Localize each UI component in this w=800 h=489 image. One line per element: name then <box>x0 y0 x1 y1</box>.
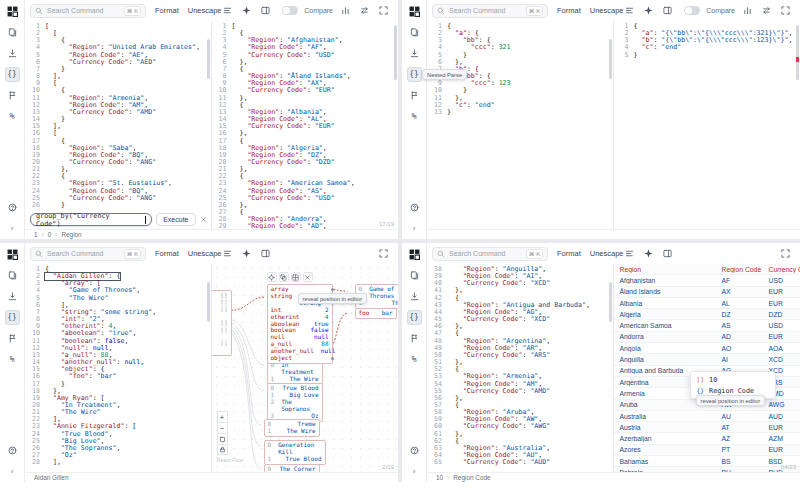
editor-braces-icon[interactable]: {} <box>407 310 422 325</box>
format-button[interactable]: Format <box>557 249 581 258</box>
graph-canvas[interactable]: Aidan Gillen{}Amy Ryan[]Annie Fitzgerald… <box>212 264 399 472</box>
nested-parse-icon[interactable]: % <box>5 352 20 367</box>
import-icon[interactable] <box>5 46 20 61</box>
graph-node-corner[interactable]: 0The Corner <box>264 464 320 472</box>
logo[interactable] <box>5 247 20 262</box>
code-editor-right[interactable]: 1{2 "a": "{\"bb\":\"{\\\"ccc\\\":321}\"}… <box>614 21 800 59</box>
breadcrumb-item[interactable]: Region Code <box>453 474 490 481</box>
graph-node-root[interactable]: Aidan Gillen{}Amy Ryan[]Annie Fitzgerald… <box>212 290 232 356</box>
breadcrumb-item[interactable]: Aidan Gillen <box>34 474 68 481</box>
expand-icon[interactable]: › <box>407 221 422 236</box>
json-path-row[interactable]: []10 <box>691 374 775 385</box>
breadcrumb-item[interactable]: Region <box>61 231 81 238</box>
zoom-in-button[interactable]: + <box>217 411 228 422</box>
graph-node-annie[interactable]: 0True Blood1Big Love2The Sopranos3Oz <box>267 383 323 422</box>
fullscreen-icon[interactable] <box>779 4 792 17</box>
sparkles-icon[interactable] <box>240 247 253 260</box>
table-row[interactable]: AustriaATEUR <box>614 422 800 433</box>
fit-view-button[interactable] <box>217 433 228 444</box>
editor-braces-icon[interactable]: {} <box>407 67 422 82</box>
code-editor-right[interactable]: 1[2 {3 "Region": "Afghanistan",4 "Region… <box>212 21 399 229</box>
scrollbar-thumb[interactable] <box>609 39 612 79</box>
code-editor-left[interactable]: 38 "Region": "Anguilla",39 "Region Code"… <box>427 264 613 466</box>
graph-node-alex[interactable]: 0Generation Kill1True Blood <box>264 440 326 465</box>
panel-icon[interactable] <box>661 247 674 260</box>
expand-icon[interactable]: › <box>407 464 422 479</box>
expand-icon[interactable]: › <box>5 464 20 479</box>
search-command-input[interactable]: Search Command⌘ K <box>30 4 146 18</box>
table-row[interactable]: AustraliaAUAUD <box>614 411 800 422</box>
help-icon[interactable] <box>407 443 422 458</box>
zoom-out-button[interactable]: − <box>217 422 228 433</box>
compare-files-icon[interactable] <box>407 268 422 283</box>
compare-files-icon[interactable] <box>5 25 20 40</box>
sparkles-icon[interactable] <box>240 4 253 17</box>
compare-toggle[interactable] <box>282 6 298 15</box>
flag-icon[interactable] <box>5 88 20 103</box>
fullscreen-icon[interactable] <box>377 4 390 17</box>
logo[interactable] <box>407 247 422 262</box>
panel-icon[interactable] <box>661 4 674 17</box>
logo[interactable] <box>5 4 20 19</box>
fullscreen-icon[interactable] <box>779 247 792 260</box>
import-icon[interactable] <box>5 289 20 304</box>
breadcrumb-item[interactable]: 10 <box>436 474 443 481</box>
table-row[interactable]: AzerbaijanAZAZM <box>614 433 800 444</box>
import-icon[interactable] <box>407 46 422 61</box>
close-icon[interactable] <box>303 272 313 282</box>
compare-toggle[interactable] <box>684 6 700 15</box>
swap-icon[interactable] <box>358 4 371 17</box>
command-input[interactable]: group_by("Currency Code") <box>30 213 152 226</box>
table-row[interactable]: AlgeriaDZDZD <box>614 309 800 320</box>
chart-icon[interactable] <box>741 4 754 17</box>
editor-braces-icon[interactable]: {} <box>5 67 20 82</box>
search-command-input[interactable]: Search Command⌘ K <box>432 4 548 18</box>
execute-button[interactable]: Execute <box>156 213 195 226</box>
list-icon[interactable] <box>221 4 234 17</box>
graph-node-object[interactable]: foobar <box>355 308 397 319</box>
table-row[interactable]: AngolaAOAOA <box>614 343 800 354</box>
help-icon[interactable] <box>407 200 422 215</box>
sparkles-icon[interactable] <box>642 247 655 260</box>
target-icon[interactable] <box>267 272 277 282</box>
breadcrumb-item[interactable]: 0 <box>48 231 52 238</box>
flag-icon[interactable] <box>407 88 422 103</box>
panel-icon[interactable] <box>259 4 272 17</box>
table-row[interactable]: AndorraADEUR <box>614 332 800 343</box>
compare-files-icon[interactable] <box>407 25 422 40</box>
nested-parse-icon[interactable]: % <box>5 109 20 124</box>
table-row[interactable]: BahrainBHBHD <box>614 467 800 472</box>
nested-parse-icon[interactable]: % <box>407 109 422 124</box>
format-button[interactable]: Format <box>155 249 179 258</box>
code-editor-left[interactable]: 1{2 "Aidan Gillen": {3 "array": [4 "Game… <box>25 264 211 466</box>
import-icon[interactable] <box>407 289 422 304</box>
editor-braces-icon[interactable]: {} <box>5 310 20 325</box>
code-editor-left[interactable]: 1[2 [3 {4 "Region": "United Arab Emirate… <box>25 21 211 209</box>
copy-icon[interactable] <box>279 272 289 282</box>
table-row[interactable]: AlbaniaALEUR <box>614 298 800 309</box>
breadcrumb-item[interactable]: 1 <box>34 231 38 238</box>
list-icon[interactable] <box>623 4 636 17</box>
nested-parse-icon[interactable]: % <box>407 352 422 367</box>
format-button[interactable]: Format <box>155 6 179 15</box>
graph-node-anwan[interactable]: 0Treme1The Wire <box>264 419 320 437</box>
table-row[interactable]: AnguillaAIXCD <box>614 354 800 365</box>
sparkles-icon[interactable] <box>642 4 655 17</box>
scrollbar-thumb[interactable] <box>609 282 612 322</box>
table-row[interactable]: AzoresPTEUR <box>614 445 800 456</box>
compare-files-icon[interactable] <box>5 268 20 283</box>
table-row[interactable]: Åland IslandsAXEUR <box>614 287 800 298</box>
table-row[interactable]: American SamoaASUSD <box>614 320 800 331</box>
scrollbar-thumb[interactable] <box>394 25 397 80</box>
fullscreen-icon[interactable] <box>377 247 390 260</box>
swap-icon[interactable] <box>760 4 773 17</box>
scrollbar-thumb[interactable] <box>207 39 210 79</box>
grid-icon[interactable] <box>291 272 301 282</box>
search-command-input[interactable]: Search Command⌘ K <box>432 247 548 261</box>
lock-button[interactable] <box>217 444 228 455</box>
panel-icon[interactable] <box>259 247 272 260</box>
flag-icon[interactable] <box>407 331 422 346</box>
scrollbar-thumb[interactable] <box>796 25 799 80</box>
list-icon[interactable] <box>623 247 636 260</box>
chart-icon[interactable] <box>339 4 352 17</box>
